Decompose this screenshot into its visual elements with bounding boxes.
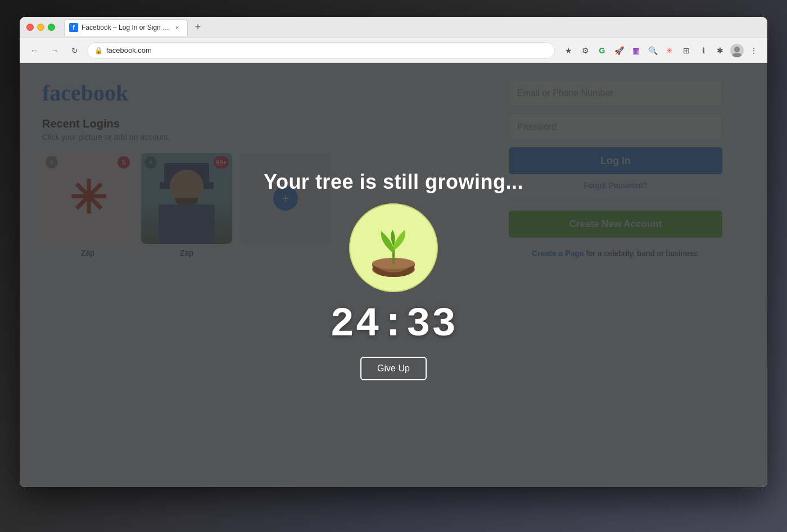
tab-title: Facebook – Log In or Sign Up [82, 24, 169, 31]
title-bar: f Facebook – Log In or Sign Up × + [20, 17, 767, 38]
svg-point-1 [732, 53, 742, 57]
toolbar-icons: ★ ⚙ G 🚀 ▦ 🔍 ✳ ⊞ ℹ ✱ ⋮ [562, 44, 761, 57]
extensions-icon[interactable]: ⚙ [578, 44, 592, 57]
puzzle-icon[interactable]: ✱ [713, 44, 727, 57]
new-tab-button[interactable]: + [190, 20, 206, 35]
url-text: facebook.com [106, 46, 152, 54]
tabs-bar: f Facebook – Log In or Sign Up × + [64, 19, 761, 36]
address-bar: ← → ↻ 🔒 facebook.com ★ ⚙ G 🚀 ▦ 🔍 ✳ ⊞ ℹ ✱… [20, 38, 767, 63]
fullscreen-window-button[interactable] [48, 24, 55, 31]
refresh-button[interactable]: ↻ [67, 43, 83, 58]
forest-overlay: Your tree is still growing... [20, 63, 767, 487]
profile-icon[interactable] [730, 44, 744, 57]
plant-svg [349, 203, 438, 293]
browser-content: facebook Recent Logins Click your pictur… [20, 63, 767, 487]
give-up-button[interactable]: Give Up [360, 357, 427, 380]
menu-icon[interactable]: ⋮ [747, 44, 761, 57]
close-window-button[interactable] [26, 24, 34, 31]
grammarly-icon[interactable]: G [595, 44, 609, 57]
rocket-icon[interactable]: 🚀 [612, 44, 626, 57]
back-button[interactable]: ← [26, 43, 42, 58]
overlay-title: Your tree is still growing... [264, 170, 523, 194]
svg-point-0 [734, 47, 740, 52]
forward-button[interactable]: → [47, 43, 62, 58]
lock-icon: 🔒 [94, 47, 103, 54]
address-field[interactable]: 🔒 facebook.com [87, 42, 555, 59]
tab-close-button[interactable]: × [173, 23, 182, 32]
minimize-window-button[interactable] [37, 24, 44, 31]
bookmark-icon[interactable]: ★ [562, 44, 575, 57]
onenote-icon[interactable]: ▦ [629, 44, 643, 57]
traffic-lights [26, 24, 55, 31]
browser-tab[interactable]: f Facebook – Log In or Sign Up × [64, 19, 188, 36]
star-icon[interactable]: ✳ [663, 44, 676, 57]
plant-illustration [349, 203, 438, 293]
browser-window: f Facebook – Log In or Sign Up × + ← → ↻… [20, 17, 767, 487]
timer-display: 24:33 [330, 302, 457, 348]
search-icon[interactable]: 🔍 [646, 44, 659, 57]
tab-favicon: f [69, 23, 78, 32]
info-icon[interactable]: ℹ [696, 44, 710, 57]
apps-icon[interactable]: ⊞ [680, 44, 693, 57]
